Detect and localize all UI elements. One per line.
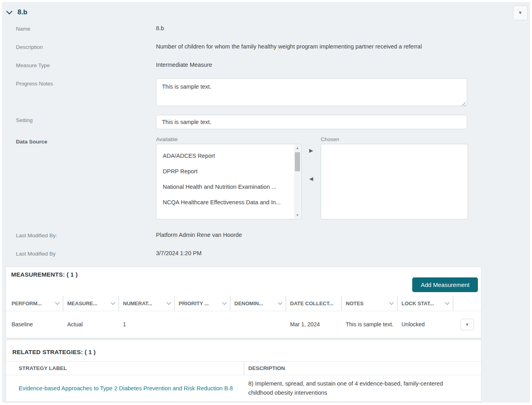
- cell-notes: This is sample text.: [342, 320, 398, 329]
- duallist-arrows: ▶ ◀: [302, 136, 321, 219]
- list-item[interactable]: DPRP Report: [163, 164, 292, 179]
- column-header-description: DESCRIPTION: [244, 362, 481, 375]
- scroll-down-icon[interactable]: ▼: [294, 212, 301, 219]
- column-header-denominator[interactable]: DENOMIN...: [230, 296, 286, 311]
- cell-lock-status: Unlocked: [398, 320, 453, 329]
- measure-type-label: Measure Type: [2, 60, 156, 68]
- list-item[interactable]: National Health and Nutrition Examinatio…: [163, 179, 292, 195]
- description-value: Number of children for whom the family h…: [156, 42, 422, 50]
- table-row: Evidence-based Approaches to Type 2 Diab…: [6, 375, 481, 402]
- cell-measurement: Actual: [63, 320, 119, 329]
- collapse-chevron-icon[interactable]: [6, 8, 13, 14]
- column-header-performance[interactable]: PERFORM...: [8, 296, 63, 311]
- available-items: ADA/ADCES Report DPRP Report National He…: [156, 144, 301, 210]
- measure-form: Name 8.b Description Number of children …: [2, 19, 530, 262]
- table-row: Baseline Actual 1 Mar 1, 2024 This is sa…: [6, 311, 481, 338]
- measure-type-value: Intermediate Measure: [156, 60, 212, 68]
- column-header-numerator[interactable]: NUMERAT...: [119, 296, 175, 311]
- chevron-down-icon[interactable]: [278, 300, 282, 304]
- measurements-card: MEASUREMENTS: ( 1 ) Add Measurement PERF…: [6, 267, 481, 339]
- chevron-down-icon[interactable]: [389, 300, 394, 304]
- page-title: 8.b: [18, 8, 27, 16]
- progress-notes-label: Progress Notes: [2, 78, 156, 87]
- related-strategies-card: RELATED STRATEGIES: ( 1 ) STRATEGY LABEL…: [6, 340, 481, 402]
- column-header-measurement[interactable]: MEASURE...: [63, 296, 119, 311]
- setting-input[interactable]: [156, 115, 467, 129]
- last-modified-by-name-label: Last Modified By:: [2, 230, 156, 238]
- chevron-down-icon[interactable]: [445, 300, 449, 304]
- form-row-progress-notes: Progress Notes This is sample text.: [2, 78, 530, 110]
- chosen-label: Chosen: [321, 136, 468, 142]
- column-header-notes[interactable]: NOTES: [342, 296, 398, 311]
- column-header-actions: [453, 296, 481, 311]
- cell-strategy-label: Evidence-based Approaches to Type 2 Diab…: [6, 375, 244, 401]
- chevron-down-icon[interactable]: [55, 300, 59, 304]
- cell-numerator: 1: [119, 320, 175, 329]
- measurements-header: MEASUREMENTS: ( 1 ) Add Measurement: [6, 267, 481, 296]
- scrollbar-thumb[interactable]: [295, 152, 300, 171]
- move-right-icon[interactable]: ▶: [309, 147, 313, 153]
- form-row-setting: Setting: [2, 115, 530, 132]
- header-menu-button[interactable]: ▼: [513, 6, 528, 20]
- cell-date-collected: Mar 1, 2024: [286, 320, 342, 329]
- chosen-listbox[interactable]: [321, 144, 468, 219]
- name-value: 8.b: [156, 23, 164, 31]
- chosen-group: Chosen: [321, 136, 468, 219]
- strategy-description-text: 8) Implement, spread, and sustain one of…: [248, 379, 455, 397]
- progress-notes-textarea[interactable]: This is sample text.: [156, 78, 467, 106]
- progress-notes-wrap: This is sample text.: [156, 78, 467, 108]
- name-label: Name: [2, 23, 156, 32]
- measurements-table-header: PERFORM... MEASURE... NUMERAT... PRIORIT…: [6, 296, 481, 311]
- form-row-measure-type: Measure Type Intermediate Measure: [2, 60, 530, 74]
- scroll-up-icon[interactable]: ▲: [294, 145, 301, 151]
- data-source-label: Data Source: [2, 136, 156, 145]
- chevron-down-icon[interactable]: [166, 300, 171, 304]
- related-strategies-title: RELATED STRATEGIES: ( 1 ): [12, 349, 95, 355]
- related-strategies-header: RELATED STRATEGIES: ( 1 ): [6, 340, 481, 361]
- list-item[interactable]: ADA/ADCES Report: [163, 148, 292, 164]
- strategy-link[interactable]: Evidence-based Approaches to Type 2 Diab…: [19, 385, 233, 391]
- panel-header: 8.b ▼: [2, 2, 530, 19]
- form-row-last-modified-by-name: Last Modified By: Platform Admin Rene va…: [2, 230, 530, 244]
- last-modified-by-date-label: Last Modified By: [2, 248, 156, 257]
- measure-detail-panel: 8.b ▼ Name 8.b Description Number of chi…: [2, 2, 530, 403]
- column-header-date-collected[interactable]: DATE COLLECT...: [286, 296, 342, 311]
- list-item[interactable]: NCQA Healthcare Effectiveness Data and I…: [163, 195, 292, 210]
- available-group: Available ADA/ADCES Report DPRP Report N…: [156, 136, 302, 219]
- move-left-icon[interactable]: ◀: [309, 176, 313, 182]
- data-source-duallist: Available ADA/ADCES Report DPRP Report N…: [156, 136, 468, 219]
- form-row-description: Description Number of children for whom …: [2, 42, 530, 55]
- form-row-data-source: Data Source Available ADA/ADCES Report D…: [2, 136, 530, 225]
- setting-label: Setting: [2, 115, 156, 123]
- available-listbox[interactable]: ADA/ADCES Report DPRP Report National He…: [156, 144, 302, 219]
- column-header-priority[interactable]: PRIORITY ...: [175, 296, 230, 311]
- cell-actions: ▼: [453, 319, 481, 330]
- chevron-down-icon[interactable]: [222, 300, 226, 304]
- measurements-title: MEASUREMENTS: ( 1 ): [11, 271, 78, 278]
- scrollbar[interactable]: ▲ ▼: [294, 145, 301, 219]
- add-measurement-button[interactable]: Add Measurement: [412, 277, 478, 292]
- last-modified-by-name-value: Platform Admin Rene van Hoorde: [156, 230, 242, 238]
- column-header-lock-status[interactable]: LOCK STAT...: [398, 296, 453, 311]
- row-menu-button[interactable]: ▼: [460, 319, 474, 330]
- cell-strategy-description: 8) Implement, spread, and sustain one of…: [244, 375, 481, 401]
- description-label: Description: [2, 42, 156, 50]
- cell-performance: Baseline: [8, 320, 63, 329]
- available-label: Available: [156, 136, 302, 142]
- form-row-last-modified-by-date: Last Modified By 3/7/2024 1:20 PM: [2, 248, 530, 262]
- chevron-down-icon[interactable]: [111, 300, 115, 304]
- last-modified-by-date-value: 3/7/2024 1:20 PM: [156, 248, 201, 256]
- column-header-strategy-label: STRATEGY LABEL: [6, 362, 244, 375]
- strategies-table-header: STRATEGY LABEL DESCRIPTION: [6, 361, 481, 375]
- form-row-name: Name 8.b: [2, 23, 530, 37]
